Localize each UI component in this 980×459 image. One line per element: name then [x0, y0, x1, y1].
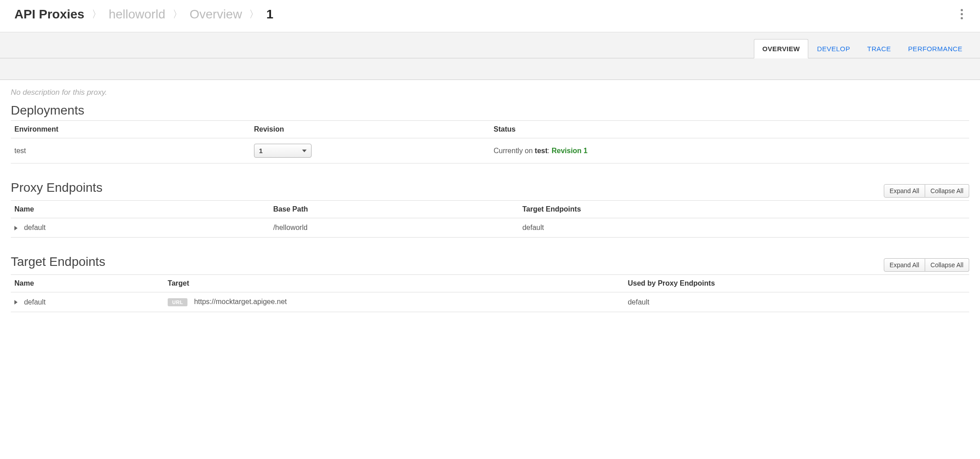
- table-row: default /helloworld default: [11, 218, 969, 238]
- proxy-endpoints-toggle-group: Expand All Collapse All: [884, 184, 969, 198]
- section-title-deployments: Deployments: [11, 103, 969, 118]
- target-endpoint-usedby: default: [624, 292, 969, 312]
- content-area: No description for this proxy. Deploymen…: [0, 80, 980, 320]
- expand-triangle-icon[interactable]: [14, 226, 18, 230]
- proxy-endpoints-header-basepath: Base Path: [270, 201, 519, 218]
- target-endpoints-header-name: Name: [11, 275, 164, 292]
- proxy-endpoints-table: Name Base Path Target Endpoints default …: [11, 200, 969, 238]
- status-prefix: Currently on: [494, 147, 535, 154]
- revision-selected-value: 1: [259, 147, 263, 154]
- status-separator: :: [548, 147, 552, 154]
- tab-overview[interactable]: OVERVIEW: [754, 39, 809, 58]
- expand-all-button[interactable]: Expand All: [884, 258, 925, 272]
- section-title-proxy-endpoints: Proxy Endpoints: [11, 181, 102, 195]
- target-endpoints-table: Name Target Used by Proxy Endpoints defa…: [11, 274, 969, 312]
- section-title-target-endpoints: Target Endpoints: [11, 255, 105, 269]
- breadcrumb-proxy[interactable]: helloworld: [109, 7, 165, 22]
- kebab-menu-icon[interactable]: [958, 6, 966, 22]
- tab-trace[interactable]: TRACE: [859, 39, 900, 58]
- breadcrumb-section[interactable]: Overview: [190, 7, 242, 22]
- collapse-all-button[interactable]: Collapse All: [925, 184, 969, 198]
- target-endpoints-toggle-group: Expand All Collapse All: [884, 258, 969, 272]
- revision-select[interactable]: 1: [254, 144, 312, 158]
- url-badge: URL: [168, 298, 187, 306]
- tab-performance[interactable]: PERFORMANCE: [900, 39, 971, 58]
- tab-develop[interactable]: DEVELOP: [808, 39, 859, 58]
- deployments-header-revision: Revision: [250, 121, 490, 138]
- target-endpoints-header-target: Target: [164, 275, 624, 292]
- status-env-name: test: [535, 147, 548, 154]
- chevron-right-icon: 〉: [249, 8, 259, 21]
- expand-all-button[interactable]: Expand All: [884, 184, 925, 198]
- deployments-table: Environment Revision Status test 1 Cur: [11, 120, 969, 163]
- target-endpoint-name: default: [24, 298, 45, 306]
- caret-down-icon: [302, 150, 307, 152]
- proxy-endpoint-basepath: /helloworld: [270, 218, 519, 238]
- page-header: API Proxies 〉 helloworld 〉 Overview 〉 1: [0, 0, 980, 32]
- chevron-right-icon: 〉: [173, 8, 183, 21]
- proxy-description-placeholder: No description for this proxy.: [11, 88, 969, 97]
- table-row: default URL https://mocktarget.apigee.ne…: [11, 292, 969, 312]
- proxy-endpoint-name: default: [24, 224, 45, 231]
- target-endpoint-url: https://mocktarget.apigee.net: [194, 298, 287, 305]
- table-row: test 1 Currently on test: Revision 1: [11, 138, 969, 163]
- deployments-header-environment: Environment: [11, 121, 250, 138]
- collapse-all-button[interactable]: Collapse All: [925, 258, 969, 272]
- deployment-environment: test: [11, 138, 250, 163]
- breadcrumb: API Proxies 〉 helloworld 〉 Overview 〉 1: [14, 7, 273, 22]
- target-endpoints-header-usedby: Used by Proxy Endpoints: [624, 275, 969, 292]
- breadcrumb-root[interactable]: API Proxies: [14, 7, 85, 22]
- status-revision: Revision 1: [552, 147, 588, 154]
- proxy-endpoint-target: default: [519, 218, 969, 238]
- chevron-right-icon: 〉: [92, 8, 102, 21]
- expand-triangle-icon[interactable]: [14, 300, 18, 305]
- proxy-endpoints-header-target: Target Endpoints: [519, 201, 969, 218]
- deployment-status: Currently on test: Revision 1: [490, 138, 969, 163]
- sub-toolbar: [0, 58, 980, 80]
- breadcrumb-revision: 1: [266, 7, 273, 22]
- proxy-endpoints-header-name: Name: [11, 201, 270, 218]
- tabs-bar: OVERVIEW DEVELOP TRACE PERFORMANCE: [0, 32, 980, 58]
- deployments-header-status: Status: [490, 121, 969, 138]
